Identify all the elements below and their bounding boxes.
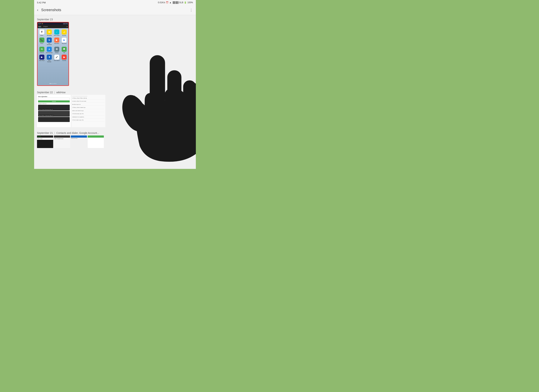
wikihow-thumbs-row: How to Unlock Samsung Galaxy S3 How to R… xyxy=(38,105,70,122)
date-label-sep23: September 23 xyxy=(37,17,193,22)
battery-level: 100% xyxy=(188,1,193,4)
hw-line-6: 4. For the only case. For xyxy=(72,113,105,115)
handwritten-thumb-item[interactable]: —————————————— 2. Press, a line, if this… xyxy=(72,95,105,127)
carrier-label: GLB xyxy=(179,1,183,4)
sep22-thumbnails: Ask a Question Submit Related wikiHows H… xyxy=(37,95,105,127)
back-button[interactable]: ‹ xyxy=(37,8,38,12)
app-item-videoplayer[interactable]: ▶ Video Player xyxy=(38,54,45,63)
hw-line-8: 5. For it only to use. For xyxy=(72,119,105,121)
handwritten-header: —————————————— xyxy=(72,96,105,97)
apps-grid: T Memo ✉ Messaging ♪ Music Player xyxy=(38,28,68,64)
app-item-memo[interactable]: T Memo xyxy=(38,29,45,37)
wikihow-related-label: Related wikiHows xyxy=(38,103,70,104)
wikihow-related-thumb-1[interactable]: How to Unlock Samsung Galaxy S3 xyxy=(38,105,70,110)
app-item-settings[interactable]: ⚙ Settings xyxy=(53,46,60,54)
bg-left xyxy=(0,0,34,169)
app-icon-voicerecorder: 🎙 xyxy=(47,55,52,60)
app-icon-talk: 💬 xyxy=(62,47,67,52)
wikihow-related-label-2: How to Reset a Samsung Galaxy S3 xyxy=(38,115,54,116)
screenshot-sep23-highlighted[interactable]: 📷 ✉ ⚡ 9:55 PM Apps Widgets ⬇ xyxy=(37,22,69,86)
wikihow-thumb-item[interactable]: Ask a Question Submit Related wikiHows H… xyxy=(37,95,71,127)
header-title: Screenshots xyxy=(41,8,189,12)
app-item-voicesearch[interactable]: 🎤 Voice Search xyxy=(53,54,60,63)
phone-screen-inner: 📷 ✉ ⚡ 9:55 PM Apps Widgets ⬇ xyxy=(38,23,68,85)
app-item-playstore[interactable]: ▶ Play Store xyxy=(61,37,68,46)
app-item-youtube[interactable]: ▶ YouTube xyxy=(61,54,68,63)
app-icon-playstore: ▶ xyxy=(62,38,67,43)
phone-tab-download[interactable]: ⬇ xyxy=(67,26,68,28)
sep21-thumb-4[interactable]: ... xyxy=(88,135,104,148)
wikihow-related-thumb-3[interactable] xyxy=(38,117,70,122)
status-bar-right: 0.01K/s ⏰ ▲ ▐▐▐▐ GLB 🔋 100% xyxy=(158,1,193,4)
center-panel: 5:42 PM 0.01K/s ⏰ ▲ ▐▐▐▐ GLB 🔋 100% ‹ Sc… xyxy=(34,0,196,169)
phone-tab-apps[interactable]: Apps xyxy=(38,26,41,28)
app-item-phone[interactable]: 📞 Phone xyxy=(38,37,45,46)
app-icon-samsungapps: A xyxy=(47,47,52,52)
app-label-samsungapps: Samsung Apps xyxy=(46,52,53,53)
date-label-sep21: September 21 | Contacts and dialer, Goog… xyxy=(37,130,193,135)
hw-line-7: whichever it is wanted to. xyxy=(72,116,105,118)
alarm-icon: ⏰ xyxy=(166,1,168,4)
app-item-samsungapps[interactable]: A Samsung Apps xyxy=(46,46,53,54)
hw-line-3: the line to go to it. xyxy=(72,104,105,106)
app-item-musicplayer[interactable]: ♪ Music Player xyxy=(53,29,60,37)
app-icon-splanner: 31 xyxy=(39,47,44,52)
handwritten-content: —————————————— 2. Press, a line, if this… xyxy=(72,95,105,127)
app-icon-playnewsstand: N xyxy=(47,38,52,43)
network-speed: 0.01K/s xyxy=(158,1,165,4)
bg-right xyxy=(196,0,230,169)
phone-status-icons: 📷 ✉ ⚡ xyxy=(38,23,43,24)
hw-line-1: 2. Press, a line, if this or the tip xyxy=(72,97,105,100)
app-label-messaging: Messaging xyxy=(47,35,52,36)
wikihow-submit-btn[interactable]: Submit xyxy=(38,100,70,102)
wikihow-input-field xyxy=(38,98,70,100)
wikihow-ask-label: Ask a Question xyxy=(38,96,70,97)
app-icon-settings: ⚙ xyxy=(54,47,59,52)
more-button[interactable]: ⋮ xyxy=(189,8,193,12)
dot-4 xyxy=(54,83,55,84)
app-label-splanner: S Planner xyxy=(40,52,44,53)
app-label-musicplayer: Music Player xyxy=(54,35,59,36)
hw-line-4: 3. Press, a line to make it go xyxy=(72,107,105,109)
app-icon-phone: 📞 xyxy=(39,38,44,43)
phone-statusbar: 📷 ✉ ⚡ 9:55 PM xyxy=(38,23,68,25)
app-label-phone: Phone xyxy=(40,43,43,44)
wikihow-ask-section: Ask a Question Submit xyxy=(38,96,70,102)
dot-1 xyxy=(50,83,50,84)
wikihow-content: Ask a Question Submit Related wikiHows H… xyxy=(37,95,71,127)
app-label-voicesearch: Voice Search xyxy=(54,60,60,61)
hw-line-5: and so you want it to go. xyxy=(72,110,105,112)
wikihow-related-thumb-2[interactable]: How to Reset a Samsung Galaxy S3 xyxy=(38,111,70,117)
app-item-talk[interactable]: 💬 Talk xyxy=(61,46,68,54)
page-wrapper: 5:42 PM 0.01K/s ⏰ ▲ ▐▐▐▐ GLB 🔋 100% ‹ Sc… xyxy=(0,0,230,169)
app-item-playnewsstand[interactable]: N Play Newsstand xyxy=(46,37,53,46)
app-item-messaging[interactable]: ✉ Messaging xyxy=(46,29,53,37)
date-label-sep22: September 22 | wikiHow xyxy=(37,90,193,95)
sep21-thumb-3[interactable]: Backup and reset xyxy=(71,135,87,148)
app-item-splanner[interactable]: 31 S Planner xyxy=(38,46,45,54)
app-item-myfiles[interactable]: 📁 My Files xyxy=(61,29,68,37)
phone-nav-dots xyxy=(38,83,68,84)
app-icon-voicesearch: 🎤 xyxy=(54,55,59,60)
status-time: 5:42 PM xyxy=(37,1,46,4)
gallery-content[interactable]: September 23 📷 ✉ ⚡ 9:55 PM Apps Widget xyxy=(34,15,196,169)
sep21-thumb-1[interactable]: Recents New contact xyxy=(37,135,53,148)
app-label-settings: Settings xyxy=(55,52,58,53)
sep21-thumbnails: Recents New contact Add a Google Account… xyxy=(37,135,193,148)
app-icon-myfiles: 📁 xyxy=(62,29,67,34)
app-icon-videoplayer: ▶ xyxy=(39,55,44,60)
app-item-playmusic[interactable]: ▶ Play Music xyxy=(53,37,60,46)
app-icon-youtube: ▶ xyxy=(62,55,67,60)
app-icon-memo: T xyxy=(39,29,44,34)
app-label-myfiles: My Files xyxy=(62,35,66,36)
dot-3 xyxy=(53,83,53,84)
app-icon-messaging: ✉ xyxy=(47,29,52,34)
app-item-voicerecorder[interactable]: 🎙 Voice Recorder xyxy=(46,54,53,63)
phone-tab-widgets[interactable]: Widgets xyxy=(43,26,48,28)
app-label-youtube: YouTube xyxy=(62,60,66,61)
sep21-thumb-2[interactable]: Add a Google Account xyxy=(54,135,70,148)
app-icon-musicplayer: ♪ xyxy=(54,29,59,34)
hw-line-2: to move a line, if so you want xyxy=(72,100,105,103)
app-label-voicerecorder: Voice Recorder xyxy=(46,60,53,62)
app-header: ‹ Screenshots ⋮ xyxy=(34,5,196,15)
